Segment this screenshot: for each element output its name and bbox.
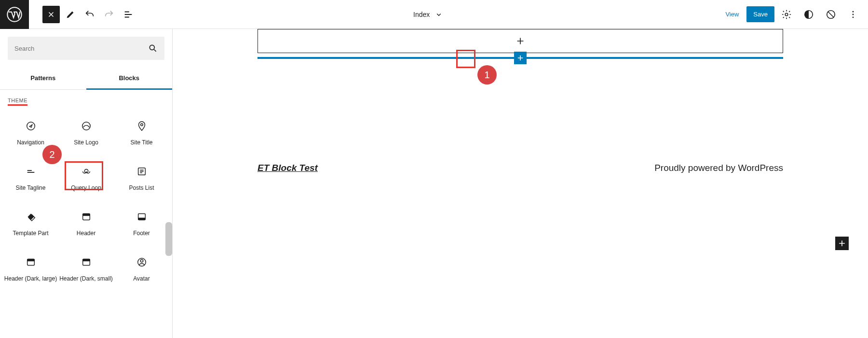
diamond-icon: [26, 210, 36, 224]
avatar-icon: [136, 255, 147, 269]
svg-point-8: [27, 122, 35, 130]
site-title-block[interactable]: ET Block Test: [258, 163, 318, 173]
header-icon: [26, 255, 36, 269]
help-button[interactable]: [821, 4, 841, 25]
insert-block-button[interactable]: [514, 52, 527, 64]
block-avatar[interactable]: Avatar: [114, 246, 169, 291]
block-label: Navigation: [17, 139, 44, 146]
svg-point-6: [853, 16, 854, 18]
compass-icon: [26, 119, 36, 133]
search-input[interactable]: [14, 45, 148, 52]
search-icon: [148, 43, 158, 53]
svg-rect-17: [138, 218, 145, 220]
tab-patterns[interactable]: Patterns: [0, 68, 86, 89]
block-query-loop[interactable]: Query Loop: [58, 155, 114, 200]
block-posts-list[interactable]: Posts List: [114, 155, 169, 200]
block-label: Site Tagline: [16, 184, 46, 191]
redo-button[interactable]: [100, 6, 118, 23]
block-header-dark-large[interactable]: Header (Dark, large): [3, 246, 58, 291]
block-template-part[interactable]: Template Part: [3, 200, 58, 246]
svg-point-23: [140, 259, 143, 262]
plus-icon[interactable]: [515, 36, 526, 46]
loop-icon: [81, 164, 92, 179]
section-label-theme: THEME: [0, 90, 172, 106]
pin-icon: [136, 119, 147, 133]
block-label: Header (Dark, small): [59, 275, 113, 282]
block-site-title[interactable]: Site Title: [114, 110, 169, 155]
block-navigation[interactable]: Navigation: [3, 110, 58, 155]
undo-button[interactable]: [81, 6, 98, 23]
block-header[interactable]: Header: [58, 200, 114, 246]
editor-canvas[interactable]: ET Block Test Proudly powered by WordPre…: [173, 29, 868, 338]
header-icon: [81, 210, 92, 224]
block-label: Site Title: [130, 139, 152, 146]
block-label: Query Loop: [71, 184, 101, 191]
wordpress-link[interactable]: WordPress: [738, 163, 783, 173]
powered-by-text: Proudly powered by WordPress: [654, 163, 783, 173]
block-label: Header (Dark, large): [4, 275, 57, 282]
block-label: Avatar: [133, 275, 149, 282]
block-label: Header: [77, 230, 95, 237]
settings-button[interactable]: [776, 4, 797, 25]
chevron-down-icon[interactable]: [434, 10, 443, 19]
options-button[interactable]: [843, 4, 863, 25]
svg-rect-15: [82, 213, 90, 216]
block-site-tagline[interactable]: Site Tagline: [3, 155, 58, 200]
block-header-dark-small[interactable]: Header (Dark, small): [58, 246, 114, 291]
block-label: Template Part: [13, 230, 48, 237]
add-block-floating-button[interactable]: [835, 237, 849, 250]
svg-rect-12: [27, 213, 34, 220]
svg-point-4: [853, 11, 854, 12]
block-label: Posts List: [129, 184, 154, 191]
block-footer[interactable]: Footer: [114, 200, 169, 246]
insertion-indicator: [258, 57, 783, 59]
svg-point-7: [149, 45, 154, 50]
wordpress-logo[interactable]: [0, 0, 29, 29]
list-view-button[interactable]: [120, 6, 137, 23]
block-label: Site Logo: [74, 139, 98, 146]
tagline-icon: [26, 164, 36, 179]
search-input-wrapper[interactable]: [8, 37, 164, 60]
list-box-icon: [136, 164, 147, 179]
svg-point-5: [853, 14, 854, 15]
site-logo-icon: [81, 119, 92, 133]
tab-blocks[interactable]: Blocks: [86, 68, 173, 90]
svg-rect-19: [27, 259, 34, 261]
svg-point-10: [140, 124, 143, 126]
svg-point-1: [785, 13, 788, 16]
view-link[interactable]: View: [719, 7, 745, 22]
block-site-logo[interactable]: Site Logo: [58, 110, 114, 155]
template-name: Index: [413, 11, 430, 18]
save-button[interactable]: Save: [746, 6, 774, 22]
footer-icon: [136, 210, 147, 224]
close-inserter-button[interactable]: [42, 6, 60, 23]
block-label: Footer: [133, 230, 150, 237]
edit-tool-button[interactable]: [62, 6, 79, 23]
svg-rect-21: [82, 259, 90, 261]
empty-block[interactable]: [258, 29, 783, 53]
scrollbar[interactable]: [165, 222, 172, 256]
svg-point-9: [82, 122, 90, 130]
styles-button[interactable]: [799, 4, 819, 25]
inserter-sidebar: Patterns Blocks THEME Navigation Site Lo…: [0, 29, 173, 338]
header-icon: [81, 255, 92, 269]
